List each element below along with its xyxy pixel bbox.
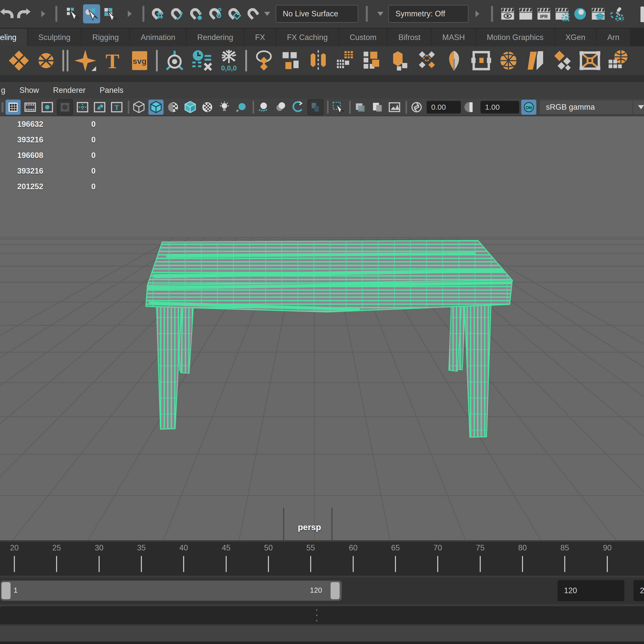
resolution-gate-icon[interactable] [40,100,55,115]
text-tool-icon[interactable]: T [101,49,124,72]
range-end-handle[interactable] [331,582,340,599]
render-setup-icon[interactable] [590,4,607,23]
lattice-icon[interactable] [579,49,601,72]
motion-blur-icon[interactable] [290,100,305,115]
safe-action-icon[interactable] [92,100,107,115]
film-gate-icon[interactable] [23,100,38,115]
section-collapse-arrow[interactable] [475,11,479,17]
exposure-icon[interactable] [409,100,424,115]
tab-modeling[interactable]: eling [0,29,27,46]
snap-to-curve-icon[interactable] [168,4,185,23]
select-hierarchy-icon[interactable] [64,4,82,23]
gate-mask-icon[interactable] [57,99,73,115]
open-render-view-icon[interactable] [499,4,516,23]
symmetry-field[interactable]: Symmetry: Off [388,5,468,23]
toolbar-grabber[interactable] [366,6,368,22]
clipped-toolbar-icon[interactable] [640,7,644,22]
color-transform-select[interactable]: sRGB gamma [540,100,632,114]
quad-sphere-icon[interactable] [8,49,30,72]
live-surface-field[interactable]: No Live Surface [276,5,358,23]
image-plane-icon[interactable] [387,100,402,115]
menu-panels[interactable]: Panels [100,86,124,95]
ipr-render-icon[interactable]: IPR [535,4,552,23]
range-start-handle[interactable] [2,582,11,599]
viewport-3d[interactable]: 1966320 3932160 1966080 3932160 2012520 … [0,116,644,540]
combine-icon[interactable] [280,49,302,72]
toolbar-grabber[interactable] [142,6,144,22]
all-lights-icon[interactable] [234,100,249,115]
tab-mash[interactable]: MASH [432,29,475,46]
select-object-icon[interactable] [83,4,100,23]
animation-end-field[interactable]: 20 [633,580,644,601]
tab-bifrost[interactable]: Bifrost [388,29,431,46]
range-slider[interactable]: 1 120 [1,581,342,601]
command-line-divider[interactable] [316,609,317,621]
paint-effects-render-icon[interactable] [608,4,625,23]
sphere-projection-icon[interactable] [253,49,275,72]
edge-flow-icon[interactable] [524,49,547,72]
depth-of-field-icon[interactable] [370,100,385,115]
menu-renderer[interactable]: Renderer [53,86,86,95]
redo-icon[interactable] [16,4,33,23]
viewport-toolbar-grabber[interactable] [2,102,4,112]
tab-xgen[interactable]: XGen [555,29,596,46]
safe-title-icon[interactable]: T [109,100,124,115]
screen-space-ao-icon[interactable] [273,100,288,115]
start-render-icon[interactable] [572,4,589,23]
field-chart-icon[interactable] [75,100,90,115]
boolean-icon[interactable] [606,49,628,72]
svg-tool-icon[interactable]: svg [128,49,151,72]
section-collapse-arrow[interactable] [128,11,132,17]
make-object-live-icon[interactable] [245,4,262,23]
tab-fx-caching[interactable]: FX Caching [276,29,338,46]
select-component-icon[interactable] [102,4,119,23]
tab-rigging[interactable]: Rigging [82,29,129,46]
render-current-frame-icon[interactable] [517,4,534,23]
menu-lighting-clipped[interactable]: g [1,86,5,95]
snap-dropdown-caret[interactable] [264,12,270,16]
command-line-input[interactable] [0,606,323,624]
grid-toggle-icon[interactable] [6,100,21,115]
render-settings-icon[interactable] [553,4,571,23]
time-editor-icon[interactable] [190,49,213,72]
smooth-icon[interactable] [551,49,574,72]
fill-hole-icon[interactable] [361,49,384,72]
menu-show[interactable]: Show [19,86,39,95]
isolate-select-icon[interactable] [331,100,346,115]
textured-sphere-display-icon[interactable] [166,100,181,115]
use-default-material-icon[interactable] [200,100,215,115]
target-weld-icon[interactable] [470,49,493,72]
tab-arnold[interactable]: Arn [597,29,630,46]
undo-icon[interactable] [0,4,15,23]
toolbar-grabber[interactable] [55,6,57,22]
smooth-shade-display-icon[interactable] [148,100,164,115]
table-wireframe-model[interactable] [0,116,644,540]
bridge-icon[interactable] [334,49,357,72]
snap-to-projected-center-icon[interactable] [206,4,223,23]
construction-plane-icon[interactable] [163,49,186,72]
textured-cube-display-icon[interactable] [183,100,198,115]
tab-custom[interactable]: Custom [339,29,387,46]
time-slider[interactable]: 20 25 30 35 40 45 50 55 60 65 70 75 80 8… [0,540,644,578]
playback-end-field[interactable]: 120 [557,580,624,601]
multi-cut-icon[interactable] [416,49,438,72]
tab-rendering[interactable]: Rendering [187,29,244,46]
circularize-icon[interactable] [497,49,520,72]
exposure-value-field[interactable]: 0.00 [427,101,461,113]
command-result-field[interactable] [320,606,644,624]
wireframe-display-icon[interactable] [131,100,146,115]
gamma-icon[interactable] [463,100,478,115]
section-collapse-arrow[interactable] [41,11,45,17]
tab-animation[interactable]: Animation [130,29,186,46]
default-lighting-icon[interactable] [217,100,232,115]
nurbs-circle-icon[interactable] [35,49,57,72]
shadows-icon[interactable] [256,100,271,115]
snap-to-grid-icon[interactable] [149,4,166,23]
toolbar-grabber[interactable] [491,6,493,22]
quad-draw-icon[interactable] [443,49,465,72]
freeze-transform-icon[interactable]: 0,0,0 [218,49,240,72]
bevel-icon[interactable] [388,49,411,72]
multisample-aa-icon[interactable] [307,99,324,115]
snap-to-view-plane-icon[interactable] [225,4,243,23]
tab-motion-graphics[interactable]: Motion Graphics [476,29,554,46]
